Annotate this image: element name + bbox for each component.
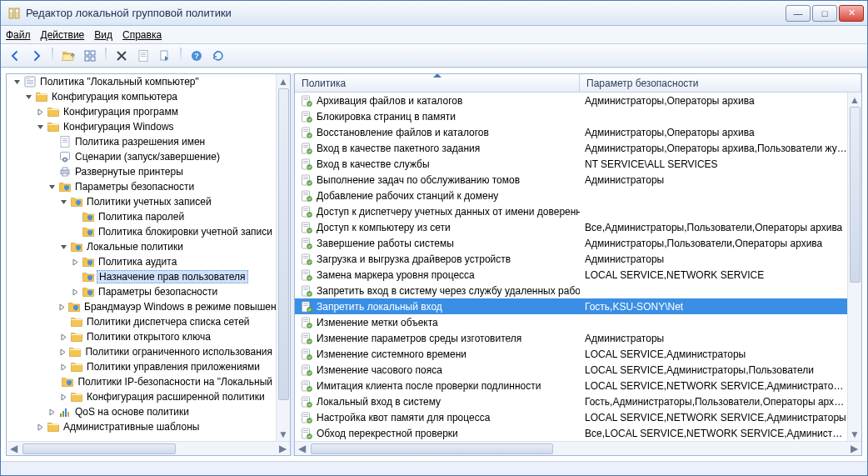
scroll-right-icon[interactable]: ▶ bbox=[847, 442, 861, 455]
policy-row[interactable]: Завершение работы системыАдминистраторы,… bbox=[295, 235, 847, 251]
chevron-down-icon[interactable] bbox=[58, 197, 68, 207]
refresh-button[interactable] bbox=[209, 47, 227, 65]
policy-row[interactable]: Локальный вход в системуГость,Администра… bbox=[295, 393, 847, 409]
chevron-right-icon[interactable] bbox=[58, 302, 66, 312]
policy-item-icon bbox=[300, 427, 313, 440]
chevron-down-icon[interactable] bbox=[12, 77, 22, 87]
export-button[interactable] bbox=[156, 47, 174, 65]
column-security-param[interactable]: Параметр безопасности bbox=[580, 74, 861, 92]
chevron-right-icon[interactable] bbox=[35, 422, 45, 432]
policy-item-icon bbox=[300, 189, 313, 203]
tree-security-options[interactable]: Параметры безопасности bbox=[68, 284, 276, 299]
policy-name: Доступ к компьютеру из сети bbox=[317, 222, 451, 233]
policy-item-icon bbox=[300, 110, 313, 123]
maximize-button[interactable]: □ bbox=[812, 5, 837, 22]
policy-row[interactable]: Вход в качестве пакетного заданияАдминис… bbox=[295, 140, 847, 156]
chevron-down-icon[interactable] bbox=[47, 182, 57, 192]
titlebar: Редактор локальной групповой политики — … bbox=[1, 1, 867, 26]
properties-button[interactable] bbox=[134, 47, 152, 65]
policy-name: Настройка квот памяти для процесса bbox=[317, 412, 490, 423]
tree-admin-templates[interactable]: Административные шаблоны bbox=[33, 419, 276, 434]
tree-audit-policy[interactable]: Политика аудита bbox=[68, 254, 276, 269]
policy-item-icon bbox=[300, 363, 313, 377]
policy-row[interactable]: Добавление рабочих станций к домену bbox=[295, 188, 847, 203]
policy-value: LOCAL SERVICE,Администраторы bbox=[580, 348, 847, 360]
list-hscroll[interactable]: ◀ ▶ bbox=[295, 441, 861, 455]
policy-value: NT SERVICE\ALL SERVICES bbox=[580, 158, 847, 170]
tree-adv-audit[interactable]: Конфигурация расширенной политики bbox=[57, 389, 276, 404]
chevron-down-icon[interactable] bbox=[35, 122, 45, 132]
tree-scroll[interactable]: Политика "Локальный компьютер" Конфигура… bbox=[7, 74, 276, 441]
scroll-left-icon[interactable]: ◀ bbox=[295, 442, 309, 455]
help-button[interactable] bbox=[187, 47, 206, 65]
minimize-button[interactable]: — bbox=[786, 5, 811, 22]
policy-row[interactable]: Загрузка и выгрузка драйверов устройствА… bbox=[295, 251, 847, 267]
policy-row[interactable]: Замена маркера уровня процессаLOCAL SERV… bbox=[295, 267, 847, 283]
navigation-tree: Политика "Локальный компьютер" Конфигура… bbox=[7, 74, 276, 434]
menu-bar: Файл Действие Вид Справка bbox=[1, 26, 867, 44]
app-window: Редактор локальной групповой политики — … bbox=[0, 0, 868, 476]
policy-value: Гость,Администраторы,Пользователи,Операт… bbox=[580, 396, 847, 408]
tree-pk-policies[interactable]: Политики открытого ключа bbox=[57, 329, 276, 344]
menu-action[interactable]: Действие bbox=[41, 29, 85, 41]
shield-folder-icon bbox=[82, 285, 95, 298]
policy-row[interactable]: Выполнение задач по обслуживанию томовАд… bbox=[295, 172, 847, 188]
policy-item-icon bbox=[300, 379, 313, 393]
delete-button[interactable] bbox=[112, 47, 131, 65]
tree-password-policy[interactable]: Политика паролей bbox=[68, 209, 276, 224]
policy-row[interactable]: Доступ к компьютеру из сетиВсе,Администр… bbox=[295, 219, 847, 235]
list-vscroll[interactable]: ▲ ▼ bbox=[847, 93, 861, 441]
tree-user-rights[interactable]: Назначение прав пользователя bbox=[68, 269, 276, 284]
tree-srp[interactable]: Политики ограниченного использования bbox=[57, 344, 276, 359]
chevron-down-icon[interactable] bbox=[23, 92, 33, 102]
policy-value: Гость,KSU-SONY\Net bbox=[580, 301, 847, 313]
tree-lockout-policy[interactable]: Политика блокировки учетной записи bbox=[68, 224, 276, 239]
policy-row[interactable]: Имитация клиента после проверки подлинно… bbox=[295, 378, 847, 393]
policy-row[interactable]: Изменение системного времениLOCAL SERVIC… bbox=[295, 346, 847, 362]
policy-row[interactable]: Блокировка страниц в памяти bbox=[295, 108, 847, 124]
policy-item-icon bbox=[300, 253, 313, 266]
policy-item-icon bbox=[300, 332, 313, 345]
scroll-up-icon[interactable]: ▲ bbox=[277, 74, 290, 88]
show-hide-tree-button[interactable] bbox=[81, 47, 99, 65]
scroll-right-icon[interactable]: ▶ bbox=[276, 442, 290, 455]
tree-qos[interactable]: QoS на основе политики bbox=[45, 404, 276, 419]
tree-hscroll[interactable]: ◀ ▶ bbox=[7, 441, 290, 455]
policy-row[interactable]: Изменение часового поясаLOCAL SERVICE,Ад… bbox=[295, 362, 847, 378]
close-button[interactable]: ✕ bbox=[839, 5, 864, 22]
column-policy[interactable]: Политика bbox=[295, 74, 580, 92]
policy-row[interactable]: Изменение метки объекта bbox=[295, 314, 847, 330]
tree-app-control[interactable]: Политики управления приложениями bbox=[57, 359, 276, 374]
policy-item-icon bbox=[300, 300, 313, 313]
tree-ipsec[interactable]: Политики IP-безопасности на "Локальный bbox=[57, 374, 276, 389]
policy-row[interactable]: Запретить локальный входГость,KSU-SONY\N… bbox=[295, 298, 847, 314]
scroll-down-icon[interactable]: ▼ bbox=[848, 427, 861, 441]
policy-value: LOCAL SERVICE,NETWORK SERVICE,Администра… bbox=[580, 380, 847, 392]
back-button[interactable] bbox=[6, 47, 24, 65]
policy-row[interactable]: Восстановление файлов и каталоговАдминис… bbox=[295, 124, 847, 140]
chevron-right-icon[interactable] bbox=[35, 107, 45, 117]
policy-row[interactable]: Обход перекрестной проверкиВсе,LOCAL SER… bbox=[295, 425, 847, 441]
policy-row[interactable]: Настройка квот памяти для процессаLOCAL … bbox=[295, 409, 847, 425]
policy-row[interactable]: Архивация файлов и каталоговАдминистрато… bbox=[295, 93, 847, 108]
policy-row[interactable]: Запретить вход в систему через службу уд… bbox=[295, 283, 847, 298]
tree-firewall[interactable]: Брандмауэр Windows в режиме повышенной bbox=[57, 299, 276, 314]
scroll-down-icon[interactable]: ▼ bbox=[277, 427, 290, 441]
tree-vscroll[interactable]: ▲ ▼ bbox=[276, 74, 290, 441]
policy-row[interactable]: Доступ к диспетчеру учетных данных от им… bbox=[295, 203, 847, 219]
forward-button[interactable] bbox=[27, 47, 46, 65]
menu-help[interactable]: Справка bbox=[122, 29, 162, 41]
policy-name: Завершение работы системы bbox=[317, 238, 454, 249]
tree-nlm[interactable]: Политики диспетчера списка сетей bbox=[57, 314, 276, 329]
scroll-up-icon[interactable]: ▲ bbox=[848, 93, 861, 107]
policy-name: Архивация файлов и каталогов bbox=[317, 95, 462, 107]
policy-value: Все,Администраторы,Пользователи,Оператор… bbox=[580, 222, 847, 233]
policy-row[interactable]: Вход в качестве службыNT SERVICE\ALL SER… bbox=[295, 156, 847, 172]
policy-item-icon bbox=[300, 205, 313, 218]
list-body[interactable]: Архивация файлов и каталоговАдминистрато… bbox=[295, 93, 847, 441]
up-button[interactable] bbox=[59, 47, 77, 65]
policy-row[interactable]: Изменение параметров среды изготовителяА… bbox=[295, 330, 847, 346]
menu-view[interactable]: Вид bbox=[94, 29, 112, 41]
scroll-left-icon[interactable]: ◀ bbox=[7, 442, 21, 455]
menu-file[interactable]: Файл bbox=[6, 29, 31, 41]
